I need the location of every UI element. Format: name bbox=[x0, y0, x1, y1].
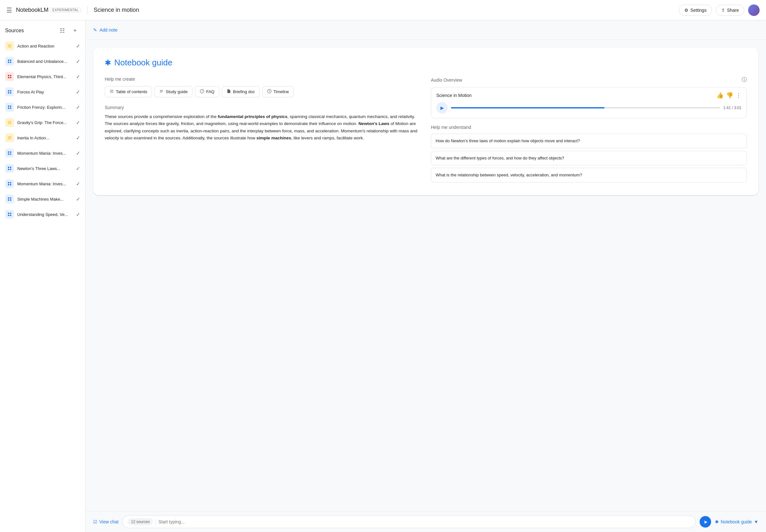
list-item[interactable]: Action and Reaction ✓ bbox=[0, 38, 85, 54]
list-item[interactable]: Understanding Speed, Ve... ✓ bbox=[0, 207, 85, 222]
summary-text: These sources provide a comprehensive ex… bbox=[105, 113, 421, 142]
list-item[interactable]: Elemental Physics, Third... ✓ bbox=[0, 69, 85, 84]
svg-rect-29 bbox=[8, 167, 9, 168]
source-icon bbox=[5, 210, 14, 219]
sidebar-header: Sources ☷ + bbox=[0, 20, 85, 38]
summary-bold-1: fundamental principles of physics bbox=[218, 114, 287, 119]
guide-body: Help me create Table of contentsStudy gu… bbox=[105, 77, 747, 185]
source-name: Forces At Play bbox=[17, 90, 73, 94]
svg-rect-24 bbox=[8, 139, 11, 139]
source-icon bbox=[5, 164, 14, 173]
svg-rect-18 bbox=[10, 107, 11, 109]
avatar[interactable] bbox=[748, 4, 760, 16]
gear-icon: ⚙ bbox=[684, 8, 688, 13]
action-btn-label: Table of contents bbox=[116, 89, 147, 94]
source-name: Gravity's Grip: The Force... bbox=[17, 120, 73, 125]
page-title: Science in motion bbox=[94, 7, 675, 13]
guide-header: ✱ Notebook guide bbox=[105, 58, 747, 68]
chat-input-wrapper: 12 sources bbox=[122, 515, 696, 528]
list-item[interactable]: Momentum Mania: Inves... ✓ bbox=[0, 176, 85, 191]
svg-rect-40 bbox=[10, 199, 11, 201]
svg-rect-28 bbox=[10, 153, 11, 155]
list-item[interactable]: Friction Frenzy: Explorin... ✓ bbox=[0, 100, 85, 115]
list-item[interactable]: Newton's Three Laws... ✓ bbox=[0, 161, 85, 176]
thumbs-up-button[interactable]: 👍 bbox=[717, 92, 724, 99]
question-chip[interactable]: What are the different types of forces, … bbox=[431, 151, 747, 166]
thumbs-down-button[interactable]: 👎 bbox=[726, 92, 733, 99]
svg-rect-1 bbox=[8, 46, 11, 46]
list-item[interactable]: Inertia In Action... ✓ bbox=[0, 130, 85, 145]
list-item[interactable]: Balanced and Unbalance... ✓ bbox=[0, 54, 85, 69]
svg-rect-10 bbox=[10, 77, 11, 78]
add-source-button[interactable]: + bbox=[70, 26, 80, 36]
svg-rect-27 bbox=[8, 153, 9, 155]
list-item[interactable]: Gravity's Grip: The Force... ✓ bbox=[0, 115, 85, 130]
right-panel: Audio Overview ⓘ Science in Motion 👍 👎 ⋮ bbox=[431, 77, 747, 185]
source-list: Action and Reaction ✓ Balanced and Unbal… bbox=[0, 38, 85, 222]
svg-text:?: ? bbox=[202, 90, 203, 92]
question-chip[interactable]: How do Newton's three laws of motion exp… bbox=[431, 134, 747, 148]
summary-bold-2: Newton's Laws bbox=[358, 121, 390, 126]
source-check-icon: ✓ bbox=[76, 196, 80, 202]
add-note-button[interactable]: ✎ Add note bbox=[93, 26, 117, 34]
svg-rect-14 bbox=[10, 92, 11, 93]
settings-button[interactable]: ⚙ Settings bbox=[679, 5, 712, 16]
action-btn-label: Briefing doc bbox=[233, 89, 255, 94]
source-check-icon: ✓ bbox=[76, 120, 80, 126]
svg-rect-17 bbox=[8, 107, 9, 109]
source-icon bbox=[5, 87, 14, 96]
svg-rect-36 bbox=[10, 184, 11, 185]
play-button[interactable]: ▶ bbox=[436, 102, 448, 114]
note-icon: ✎ bbox=[93, 27, 97, 33]
send-button[interactable]: ➤ bbox=[700, 516, 711, 528]
source-icon bbox=[5, 149, 14, 158]
summary-label: Summary bbox=[105, 105, 421, 110]
more-options-button[interactable]: ⋮ bbox=[736, 92, 741, 99]
settings-label: Settings bbox=[690, 8, 707, 13]
action-btn-briefing[interactable]: Briefing doc bbox=[222, 86, 260, 97]
action-btn-toc[interactable]: Table of contents bbox=[105, 86, 152, 97]
action-btn-study[interactable]: Study guide bbox=[154, 86, 192, 97]
help-understand-label: Help me understand bbox=[431, 125, 747, 130]
notebook-guide-button[interactable]: ✱ Notebook guide ▼ bbox=[715, 519, 758, 524]
svg-rect-9 bbox=[8, 77, 9, 78]
action-btn-label: Study guide bbox=[166, 89, 188, 94]
action-btn-timeline[interactable]: Timeline bbox=[262, 86, 294, 97]
svg-rect-8 bbox=[10, 75, 11, 76]
action-btn-faq[interactable]: ?FAQ bbox=[195, 86, 219, 97]
list-item[interactable]: Momentum Mania: Inves... ✓ bbox=[0, 145, 85, 161]
briefing-icon bbox=[227, 89, 231, 94]
time-label: 1:41 / 3:01 bbox=[723, 106, 741, 110]
source-check-icon: ✓ bbox=[76, 181, 80, 187]
filter-button[interactable]: ☷ bbox=[57, 26, 67, 36]
source-name: Balanced and Unbalance... bbox=[17, 59, 73, 64]
list-item[interactable]: Forces At Play ✓ bbox=[0, 84, 85, 100]
question-chip[interactable]: What is the relationship between speed, … bbox=[431, 168, 747, 182]
guide-card: ✱ Notebook guide Help me create Table of… bbox=[93, 48, 758, 195]
svg-rect-25 bbox=[8, 151, 9, 153]
summary-bold-3: simple machines bbox=[256, 136, 291, 140]
sources-badge[interactable]: 12 sources bbox=[128, 518, 153, 525]
svg-rect-26 bbox=[10, 151, 11, 153]
info-icon[interactable]: ⓘ bbox=[742, 77, 747, 83]
svg-rect-38 bbox=[10, 197, 11, 199]
svg-rect-12 bbox=[10, 90, 11, 92]
view-chat-button[interactable]: ☑ View chat bbox=[93, 519, 118, 524]
svg-rect-13 bbox=[8, 92, 9, 93]
svg-rect-45 bbox=[110, 90, 114, 90]
source-name: Action and Reaction bbox=[17, 44, 73, 48]
svg-rect-33 bbox=[8, 182, 9, 183]
sidebar: Sources ☷ + Action and Reaction ✓ Balanc… bbox=[0, 20, 85, 532]
left-panel: Help me create Table of contentsStudy gu… bbox=[105, 77, 421, 185]
chat-input[interactable] bbox=[158, 519, 690, 524]
topbar-actions: ⚙ Settings ⇧ Share bbox=[679, 4, 760, 16]
source-icon bbox=[5, 72, 14, 81]
menu-icon[interactable]: ☰ bbox=[6, 6, 12, 14]
app-logo: NotebookLM EXPERIMENTAL bbox=[16, 7, 81, 13]
list-item[interactable]: Simple Machines Make... ✓ bbox=[0, 191, 85, 207]
share-icon: ⇧ bbox=[721, 8, 725, 13]
progress-bar[interactable] bbox=[451, 107, 720, 108]
topbar: ☰ NotebookLM EXPERIMENTAL Science in mot… bbox=[0, 0, 766, 20]
share-button[interactable]: ⇧ Share bbox=[716, 5, 744, 16]
source-check-icon: ✓ bbox=[76, 58, 80, 64]
